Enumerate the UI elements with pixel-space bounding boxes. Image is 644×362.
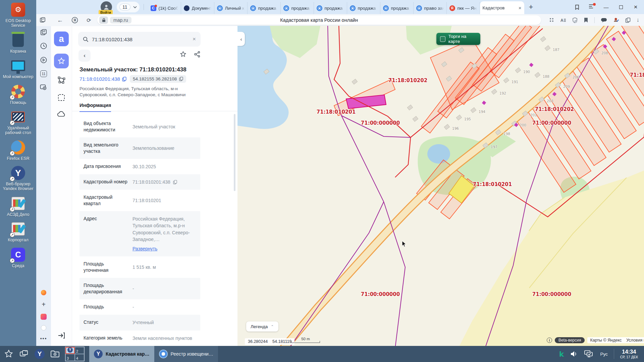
- browser-tab[interactable]: продажа зем: [347, 2, 380, 14]
- browser-tab[interactable]: Я пкк — Яндекс: [447, 2, 480, 14]
- keyboard-layout[interactable]: Рус: [600, 352, 607, 357]
- desktop-icon-delo[interactable]: ↗ АСЭД Дело: [1, 196, 36, 217]
- tab-counter[interactable]: 11: [117, 2, 140, 12]
- window-minimize-button[interactable]: —: [603, 4, 609, 10]
- browser-tab[interactable]: продажа зем: [281, 2, 314, 14]
- favorite-star-icon[interactable]: [180, 51, 186, 58]
- tab-close-icon[interactable]: ×: [519, 5, 522, 11]
- desktop-icon-eos[interactable]: ⚙ EOS Desktop Service: [1, 2, 36, 28]
- browser-tab[interactable]: продажа зем: [248, 2, 281, 14]
- copy-icon[interactable]: [179, 77, 183, 81]
- map-canvas[interactable]: 71:18:01020271:18:01020171:00:00000071:1…: [237, 26, 644, 346]
- share-icon[interactable]: [194, 51, 201, 58]
- refresh-button[interactable]: ⟳: [84, 17, 94, 23]
- desktop-icon-help[interactable]: ↗ Помощь: [1, 84, 36, 105]
- favorites-taskbar-icon[interactable]: [2, 347, 15, 361]
- info-icon[interactable]: i: [547, 338, 552, 343]
- exit-icon[interactable]: [57, 332, 65, 346]
- polygon-select-tool[interactable]: [57, 76, 66, 86]
- add-panel-button[interactable]: +: [42, 301, 46, 308]
- search-box[interactable]: ×: [78, 32, 201, 47]
- search-input[interactable]: [92, 37, 189, 42]
- taskbar-task[interactable]: Реестр извещени…: [154, 346, 218, 362]
- app-indicator-icon[interactable]: k: [559, 350, 564, 358]
- history-icon[interactable]: [40, 42, 47, 50]
- browser-tab[interactable]: Документы н: [181, 2, 214, 14]
- torgi-toggle[interactable]: Торги на карте: [436, 33, 480, 45]
- browser-tab[interactable]: C (1k) Сообщен: [148, 2, 181, 14]
- browser-tab[interactable]: продажа зем: [314, 2, 347, 14]
- media-play-icon[interactable]: [40, 56, 47, 64]
- reader-mode-icon[interactable]: A: [560, 18, 566, 23]
- panel-back-button[interactable]: ‹: [78, 50, 91, 62]
- desktop-icon-sreda[interactable]: C↗ Среда: [1, 247, 36, 268]
- terms-link[interactable]: Условия использования: [626, 338, 644, 343]
- taskbar-task[interactable]: Y Кадастровая кар…: [89, 346, 154, 362]
- volume-icon[interactable]: [570, 350, 578, 358]
- back-button[interactable]: ←: [55, 17, 65, 24]
- window-close-button[interactable]: ×: [633, 3, 639, 11]
- map-attribution[interactable]: Карты © Яндекс: [590, 338, 622, 343]
- stamp-icon[interactable]: [613, 17, 619, 23]
- clear-search-icon[interactable]: ×: [193, 36, 196, 43]
- new-tab-button[interactable]: +: [529, 3, 533, 11]
- window-switcher-icon[interactable]: [17, 347, 31, 361]
- bookmark-panel-icon[interactable]: [574, 4, 580, 10]
- yandex-browser-taskbar-icon[interactable]: Y: [33, 347, 46, 361]
- workspace-cell-3[interactable]: 3: [65, 354, 75, 361]
- desktop-icon-rdp[interactable]: ↗ Удалённый рабочий стол: [1, 109, 36, 135]
- tab-information[interactable]: Информация: [79, 103, 111, 112]
- cloud-tool[interactable]: [57, 111, 66, 119]
- clock[interactable]: 14:34 СР, 17 ДЕК: [620, 349, 640, 359]
- workspace-pager[interactable]: Y234: [65, 347, 85, 361]
- legend-button[interactable]: Легенда⌃: [246, 321, 278, 331]
- tab-favicon: [184, 5, 190, 11]
- browser-tab[interactable]: право заклю: [414, 2, 447, 14]
- coordinates-chip[interactable]: 54.182155 36.282108: [130, 75, 186, 83]
- desktop-icon-firefox[interactable]: ↗ Firefox ESR: [1, 140, 36, 161]
- protect-shield-icon[interactable]: 1: [572, 17, 578, 23]
- favorites-tool[interactable]: [54, 54, 69, 68]
- desktop-icon-yandex[interactable]: Y↗ Веб-браузер Yandex Browser: [1, 165, 36, 191]
- chat-icon[interactable]: [601, 18, 607, 23]
- browser-menu-icon[interactable]: [589, 4, 594, 10]
- yandex-home-icon[interactable]: Я: [70, 17, 80, 23]
- lock-icon[interactable]: [99, 16, 108, 24]
- screenshot-icon[interactable]: [40, 84, 47, 90]
- status-dot-icon[interactable]: [41, 290, 46, 295]
- site-logo[interactable]: a: [54, 32, 69, 46]
- torgi-checkbox[interactable]: [440, 36, 445, 42]
- browser-tab[interactable]: продажа зем: [380, 2, 414, 14]
- cadastral-number-link[interactable]: 71:18:010201:438: [79, 76, 126, 82]
- sidebar-toggle-icon[interactable]: [38, 17, 48, 23]
- desktop-icon-trash[interactable]: Корзина: [1, 33, 36, 54]
- desktop-icon-computer[interactable]: Мой компьютер: [1, 58, 36, 79]
- display-settings-icon[interactable]: [584, 350, 594, 358]
- workspace-cell-2[interactable]: 2: [75, 347, 84, 354]
- browser-tab[interactable]: a Кадастров ×: [480, 1, 524, 14]
- pinned-app2-icon[interactable]: [41, 325, 46, 330]
- area-select-tool[interactable]: [57, 93, 66, 103]
- file-manager-icon[interactable]: [48, 347, 62, 361]
- address-bar[interactable]: map.ru Кадастровая карта России онлайн: [97, 15, 541, 25]
- collapse-panel-button[interactable]: ‹: [237, 32, 245, 46]
- copy-icon[interactable]: [122, 77, 126, 81]
- panel-scrollbar[interactable]: [234, 114, 235, 191]
- downloads-icon[interactable]: ↓: [637, 17, 640, 23]
- bookmark-icon[interactable]: [584, 17, 588, 23]
- more-icon[interactable]: •••: [40, 336, 47, 341]
- tableau-icon[interactable]: [549, 17, 554, 23]
- pages-icon[interactable]: [40, 29, 47, 36]
- building-number: 195: [464, 117, 471, 121]
- window-maximize-button[interactable]: [618, 4, 624, 10]
- tabs-count-icon[interactable]: 11: [40, 70, 47, 77]
- profile-avatar[interactable]: Войти: [101, 1, 112, 13]
- desktop-icon-korportal[interactable]: ↗ Корпортал: [1, 221, 36, 242]
- workspace-cell-1[interactable]: Y: [65, 347, 75, 354]
- expand-link[interactable]: Развернуть: [132, 245, 196, 252]
- pinned-app-icon[interactable]: [41, 314, 47, 320]
- copy-tabs-icon[interactable]: [625, 17, 631, 23]
- workspace-cell-4[interactable]: 4: [75, 354, 84, 361]
- browser-tab[interactable]: Личный каби: [214, 2, 248, 14]
- copy-icon[interactable]: [173, 180, 177, 184]
